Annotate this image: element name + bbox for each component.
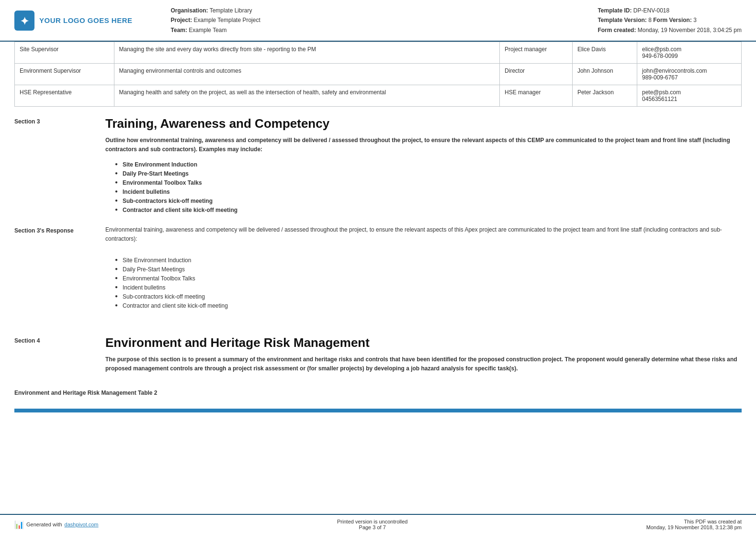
section3-content: Training, Awareness and Competency Outli… [105, 116, 742, 215]
generated-label: Generated with [26, 522, 62, 527]
section3-response-block: Section 3's Response Environmental train… [14, 225, 742, 312]
role-cell: Environment Supervisor [15, 64, 114, 85]
section3-response-label: Section 3's Response [14, 225, 91, 312]
form-created-value: Monday, 19 November 2018, 3:04:25 pm [638, 27, 742, 33]
name-cell: Peter Jackson [572, 85, 637, 107]
project-label: Project: [171, 17, 192, 23]
logo-text: YOUR LOGO GOES HERE [39, 16, 133, 24]
org-value: Template Library [210, 7, 252, 14]
header-meta-center: Organisation: Template Library Project: … [133, 6, 598, 35]
dashpivot-icon: 📊 [14, 520, 24, 529]
page-number: Page 3 of 7 [337, 524, 407, 530]
header-meta-right: Template ID: DP-ENV-0018 Template Versio… [598, 6, 742, 35]
page-footer: 📊 Generated with dashpivot.com Printed v… [0, 514, 756, 534]
list-item: Contractor and client site kick-off meet… [115, 302, 742, 309]
content-area: Section 3 Training, Awareness and Compet… [0, 107, 756, 409]
section4-description: The purpose of this section is to presen… [105, 355, 742, 373]
pdf-label: This PDF was created at [646, 519, 742, 524]
list-item: Daily Pre-Start Meetings [115, 170, 742, 177]
section4-block: Section 4 Environment and Heritage Risk … [14, 335, 742, 380]
personnel-table: Site Supervisor Managing the site and ev… [14, 42, 742, 107]
section3-title: Training, Awareness and Competency [105, 116, 742, 131]
version-line: Template Version: 8 Form Version: 3 [598, 15, 742, 25]
risk-table-title: Environment and Heritage Risk Management… [14, 389, 158, 396]
svg-text:✦: ✦ [20, 15, 29, 27]
footer-right: This PDF was created at Monday, 19 Novem… [646, 519, 742, 530]
role-cell: Site Supervisor [15, 42, 114, 64]
section3-bullets: Site Environment InductionDaily Pre-Star… [105, 161, 742, 213]
pdf-date: Monday, 19 November 2018, 3:12:38 pm [646, 524, 742, 530]
logo-area: ✦ YOUR LOGO GOES HERE [14, 11, 133, 31]
list-item: Environmental Toolbox Talks [115, 275, 742, 282]
table-row: Environment Supervisor Managing environm… [15, 64, 742, 85]
team-label: Team: [171, 27, 187, 33]
list-item: Site Environment Induction [115, 257, 742, 264]
print-notice: Printed version is uncontrolled [337, 519, 407, 524]
section3-response-text: Environmental training, awareness and co… [105, 225, 742, 244]
logo-icon: ✦ [14, 11, 34, 31]
reports-to-cell: Director [500, 64, 573, 85]
org-line: Organisation: Template Library [171, 6, 598, 15]
org-label: Organisation: [171, 7, 208, 14]
contact-cell: elice@psb.com949-678-0099 [637, 42, 741, 64]
responsibilities-cell: Managing environmental controls and outc… [114, 64, 500, 85]
form-created-line: Form created: Monday, 19 November 2018, … [598, 25, 742, 35]
table-row: Site Supervisor Managing the site and ev… [15, 42, 742, 64]
responsibilities-cell: Managing health and safety on the projec… [114, 85, 500, 107]
page-header: ✦ YOUR LOGO GOES HERE Organisation: Temp… [0, 0, 756, 42]
section3-label: Section 3 [14, 116, 91, 215]
list-item: Contractor and client site kick-off meet… [115, 207, 742, 213]
form-created-label: Form created: [598, 27, 636, 33]
list-item: Environmental Toolbox Talks [115, 179, 742, 186]
template-id-label: Template ID: [598, 7, 632, 14]
list-item: Site Environment Induction [115, 161, 742, 168]
reports-to-cell: HSE manager [500, 85, 573, 107]
form-version-value: 3 [693, 17, 697, 23]
template-version-label: Template Version: [598, 17, 646, 23]
name-cell: Elice Davis [572, 42, 637, 64]
dashpivot-link[interactable]: dashpivot.com [65, 522, 99, 527]
list-item: Sub-contractors kick-off meeting [115, 198, 742, 204]
footer-generated: 📊 Generated with dashpivot.com [14, 520, 99, 529]
contact-cell: john@envirocontrols.com989-009-6767 [637, 64, 741, 85]
reports-to-cell: Project manager [500, 42, 573, 64]
section3-description: Outline how environmental training, awar… [105, 136, 742, 154]
template-id-line: Template ID: DP-ENV-0018 [598, 6, 742, 15]
role-cell: HSE Representative [15, 85, 114, 107]
list-item: Incident bulletins [115, 189, 742, 195]
list-item: Incident bulletins [115, 284, 742, 291]
team-line: Team: Example Team [171, 25, 598, 35]
section3-response-content: Environmental training, awareness and co… [105, 225, 742, 312]
footer-center: Printed version is uncontrolled Page 3 o… [337, 519, 407, 530]
project-line: Project: Example Template Project [171, 15, 598, 25]
team-value: Example Team [189, 27, 226, 33]
template-id-value: DP-ENV-0018 [633, 7, 669, 14]
project-value: Example Template Project [194, 17, 260, 23]
section4-label: Section 4 [14, 335, 91, 380]
responsibilities-cell: Managing the site and every day works di… [114, 42, 500, 64]
section3-response-bullets: Site Environment InductionDaily Pre-Star… [105, 257, 742, 309]
list-item: Daily Pre-Start Meetings [115, 266, 742, 273]
contact-cell: pete@psb.com04563561121 [637, 85, 741, 107]
form-version-label: Form Version: [653, 17, 692, 23]
section4-title: Environment and Heritage Risk Management [105, 335, 742, 350]
section3-block: Section 3 Training, Awareness and Compet… [14, 116, 742, 215]
name-cell: John Johnson [572, 64, 637, 85]
list-item: Sub-contractors kick-off meeting [115, 293, 742, 300]
table-row: HSE Representative Managing health and s… [15, 85, 742, 107]
template-version-value: 8 [648, 17, 652, 23]
section4-content: Environment and Heritage Risk Management… [105, 335, 742, 380]
